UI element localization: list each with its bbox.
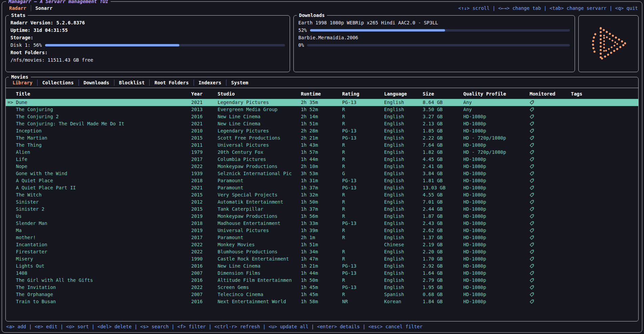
tab-library[interactable]: Library: [8, 80, 37, 86]
movie-row[interactable]: The Thing2011Universal Pictures1h 43mREn…: [6, 142, 638, 149]
download-progress-row: 0%: [298, 41, 570, 49]
movie-studio: Next Entertainment World: [218, 298, 301, 305]
movie-row[interactable]: The Martian2015Scott Free Productions2h …: [6, 134, 638, 142]
movies-table-header: TitleYearStudioRuntimeRatingLanguageSize…: [6, 88, 638, 99]
downloads-panel: Downloads Earth 1998 1080p WEBRip x265 H…: [293, 15, 575, 72]
movie-studio: Very Special Projects: [218, 191, 301, 199]
movie-quality-profile: HD-1080p: [463, 213, 530, 220]
movie-row[interactable]: Nope2022Monkeypaw Productions2h 10mREngl…: [6, 163, 638, 170]
movie-language: English: [384, 191, 423, 199]
row-selection-marker: [6, 127, 16, 134]
movie-title: The Thing: [16, 142, 191, 149]
movie-runtime: 1h 45m: [301, 284, 342, 291]
movie-row[interactable]: A Quiet Place Part II2021Paramount1h 37m…: [6, 184, 638, 191]
movie-monitored: [530, 191, 571, 199]
tab-collections[interactable]: Collections: [37, 80, 79, 86]
download-progress-row: 52%: [298, 26, 570, 34]
movie-row[interactable]: A Quiet Place2018Paramount1h 31mPG-13Eng…: [6, 177, 638, 184]
movie-row[interactable]: Inception2010Legendary Pictures2h 28mPG-…: [6, 127, 638, 134]
download-percent: 52%: [298, 26, 307, 34]
movie-row[interactable]: Lights Out2016New Line Cinema1h 21mPG-13…: [6, 263, 638, 270]
movie-row[interactable]: The Conjuring2013Evergreen Media Group1h…: [6, 106, 638, 113]
movie-rating: G: [342, 170, 384, 177]
movie-language: English: [384, 220, 423, 227]
root-folder-value: /nfs/movies: 11511.43 GB free: [10, 56, 93, 64]
tab-root-folders[interactable]: Root Folders: [149, 80, 193, 86]
movie-row[interactable]: The Conjuring: The Devil Made Me Do It20…: [6, 120, 638, 127]
movie-year: 2016: [191, 263, 218, 270]
movie-row[interactable]: Incantation2022Monkey Movies1h 51mChines…: [6, 241, 638, 248]
movie-row[interactable]: The Orphanage2007Telecinco Cinema1h 45mR…: [6, 291, 638, 298]
movie-quality-profile: HD - 720p/1080p: [463, 149, 530, 156]
movie-runtime: 1h 45m: [301, 291, 342, 298]
tag-icon: [530, 257, 534, 261]
movie-size: 2.41 GB: [423, 163, 463, 170]
movie-size: 2.13 GB: [423, 120, 463, 127]
download-item-name: Earth 1998 1080p WEBRip x265 Hindi AAC2.…: [298, 19, 570, 26]
movie-size: 1.85 GB: [423, 127, 463, 134]
movie-row[interactable]: The Girl with All the Gifts2016Altitude …: [6, 277, 638, 284]
movie-row[interactable]: Firestarter2022Blumhouse Productions1h 3…: [6, 248, 638, 255]
movie-monitored: [530, 120, 571, 127]
movie-row[interactable]: Ma2019Universal Pictures1h 39mREnglish2.…: [6, 227, 638, 234]
tab-system[interactable]: System: [226, 80, 253, 86]
movie-row[interactable]: 14082007Dimension Films1h 44mPG-13Englis…: [6, 270, 638, 277]
movie-language: English: [384, 106, 423, 113]
tag-icon: [530, 122, 534, 126]
servarr-tab-sonarr[interactable]: Sonarr: [31, 5, 57, 11]
movie-size: 2.20 GB: [423, 248, 463, 255]
movie-row[interactable]: Slender Man2018Madhouse Entertainment1h …: [6, 220, 638, 227]
movie-row[interactable]: Sinister2012Automatik Entertainment1h 50…: [6, 199, 638, 206]
movie-row[interactable]: mother!2017Paramount2h 1mREnglish1.37 GB…: [6, 234, 638, 241]
header-gutter: [6, 91, 16, 97]
movie-monitored: [530, 149, 571, 156]
movie-row[interactable]: =>Dune2021Legendary Pictures2h 35mPG-13E…: [6, 99, 638, 106]
movie-language: Spanish: [384, 291, 423, 298]
row-selection-marker: [6, 149, 16, 156]
movie-size: 1.82 GB: [423, 149, 463, 156]
movie-tags: [571, 177, 638, 184]
movie-monitored: [530, 199, 571, 206]
servarr-tab-radarr[interactable]: Radarr: [5, 5, 31, 11]
movie-quality-profile: HD-1080p: [463, 291, 530, 298]
movie-size: 2.19 GB: [423, 241, 463, 248]
movie-size: 13.03 GB: [423, 184, 463, 191]
movie-row[interactable]: The Invitation2022Screen Gems1h 45mPG-13…: [6, 284, 638, 291]
movie-tags: [571, 163, 638, 170]
movie-row[interactable]: The Witch2015Very Special Projects1h 32m…: [6, 191, 638, 199]
tab-indexers[interactable]: Indexers: [194, 80, 226, 86]
movies-tab-bar: LibraryCollectionsDownloadsBlocklistRoot…: [6, 77, 638, 88]
movie-row[interactable]: Sinister 22015Tank Caterpillar1h 37mREng…: [6, 206, 638, 213]
movie-title: Us: [16, 213, 191, 220]
movie-studio: Madhouse Entertainment: [218, 220, 301, 227]
top-panels: Stats Radarr Version: 5.2.6.8376 Uptime:…: [2, 13, 642, 74]
movie-size: 0.68 GB: [423, 291, 463, 298]
movie-studio: Castle Rock Entertainment: [218, 255, 301, 263]
root-folders-label: Root Folders:: [10, 49, 48, 56]
row-selection-marker: [6, 248, 16, 255]
movie-rating: R: [342, 120, 384, 127]
movie-rating: R: [342, 163, 384, 170]
movie-quality-profile: HD-1080p: [463, 263, 530, 270]
movie-size: 2.44 GB: [423, 206, 463, 213]
movie-quality-profile: HD-1080p: [463, 163, 530, 170]
tab-blocklist[interactable]: Blocklist: [114, 80, 150, 86]
row-selection-marker: [6, 113, 16, 120]
movie-size: 2.43 GB: [423, 220, 463, 227]
movie-row[interactable]: Us2019Monkeypaw Productions1h 56mREnglis…: [6, 213, 638, 220]
movie-row[interactable]: Misery1990Castle Rock Entertainment1h 47…: [6, 255, 638, 263]
movie-runtime: 1h 51m: [301, 241, 342, 248]
movie-row[interactable]: Life2017Columbia Pictures1h 44mREnglish4…: [6, 156, 638, 163]
movie-tags: [571, 284, 638, 291]
row-selection-marker: [6, 270, 16, 277]
movie-tags: [571, 156, 638, 163]
movie-tags: [571, 191, 638, 199]
stat-version-label: Radarr Version:: [10, 19, 53, 26]
movie-rating: R: [342, 191, 384, 199]
movie-row[interactable]: Train to Busan2016Next Entertainment Wor…: [6, 298, 638, 305]
movie-studio: Selznick International Pic: [218, 170, 301, 177]
movie-row[interactable]: Alien197920th Century Fox1h 57mREnglish1…: [6, 149, 638, 156]
movie-row[interactable]: Gone with the Wind1939Selznick Internati…: [6, 170, 638, 177]
tab-downloads[interactable]: Downloads: [79, 80, 114, 86]
movie-row[interactable]: The Conjuring 22016New Line Cinema2h 14m…: [6, 113, 638, 120]
